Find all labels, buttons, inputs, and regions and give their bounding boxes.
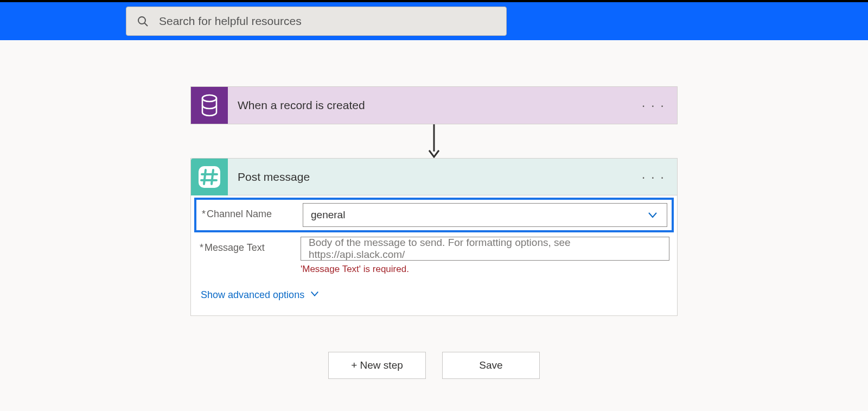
save-button[interactable]: Save	[442, 352, 540, 379]
action-menu-button[interactable]: · · ·	[630, 170, 677, 184]
advanced-options-label: Show advanced options	[201, 289, 304, 301]
chevron-down-icon	[647, 210, 658, 220]
database-icon	[191, 87, 228, 124]
new-step-button[interactable]: + New step	[328, 352, 426, 379]
channel-name-value: general	[311, 209, 345, 221]
search-input[interactable]	[159, 15, 496, 28]
top-bar	[0, 0, 868, 40]
trigger-title: When a record is created	[228, 99, 630, 112]
svg-line-1	[145, 23, 148, 27]
channel-name-row: *Channel Name general	[194, 198, 674, 232]
hash-icon	[191, 159, 228, 195]
footer-buttons: + New step Save	[328, 352, 540, 379]
action-body: *Channel Name general *Message Text	[191, 198, 677, 315]
channel-name-label: *Channel Name	[199, 203, 301, 220]
trigger-header: When a record is created · · ·	[191, 87, 677, 124]
flow-canvas: When a record is created · · ·	[0, 40, 868, 379]
message-text-label: *Message Text	[196, 237, 298, 254]
trigger-menu-button[interactable]: · · ·	[630, 99, 677, 112]
message-text-validation: 'Message Text' is required.	[301, 264, 669, 275]
chevron-down-icon	[310, 289, 320, 301]
channel-name-dropdown[interactable]: general	[303, 203, 667, 227]
connector-arrow	[427, 124, 441, 158]
message-text-row: *Message Text Body of the message to sen…	[196, 237, 672, 275]
action-header: Post message · · ·	[191, 159, 677, 195]
svg-point-2	[202, 95, 216, 102]
svg-point-0	[138, 17, 145, 24]
search-box[interactable]	[126, 7, 507, 36]
search-icon	[136, 15, 149, 28]
action-title: Post message	[228, 170, 630, 184]
trigger-card[interactable]: When a record is created · · ·	[190, 86, 678, 124]
message-text-placeholder: Body of the message to send. For formatt…	[309, 237, 661, 261]
action-card[interactable]: Post message · · · *Channel Name general	[190, 158, 678, 316]
message-text-input[interactable]: Body of the message to send. For formatt…	[301, 237, 669, 261]
show-advanced-options[interactable]: Show advanced options	[191, 279, 327, 315]
svg-rect-4	[199, 166, 220, 188]
